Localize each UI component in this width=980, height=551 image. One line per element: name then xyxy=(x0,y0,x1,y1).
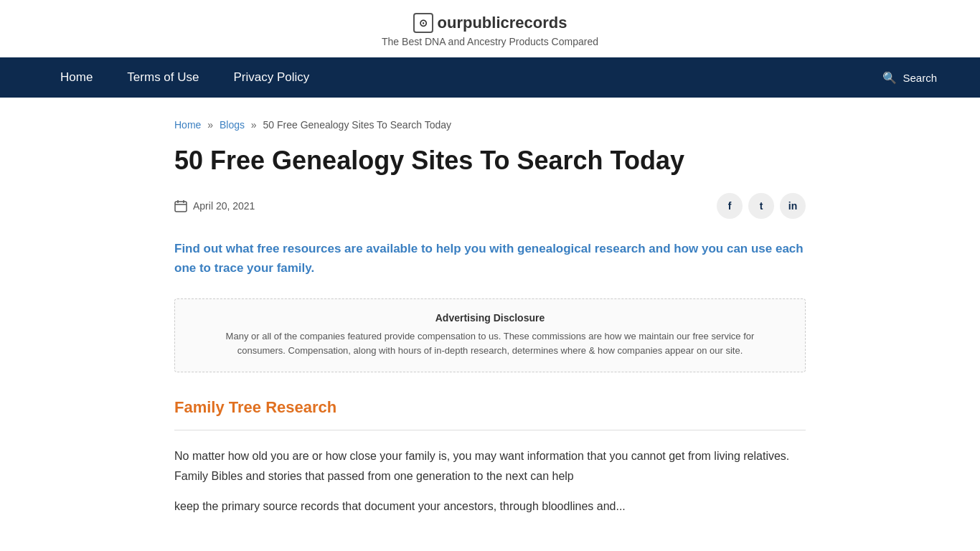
meta-row: April 20, 2021 f t in xyxy=(174,193,806,219)
share-linkedin-button[interactable]: in xyxy=(780,193,806,219)
breadcrumb: Home » Blogs » 50 Free Genealogy Sites T… xyxy=(174,119,806,131)
breadcrumb-sep-1: » xyxy=(207,119,213,131)
main-nav: Home Terms of Use Privacy Policy 🔍 Searc… xyxy=(0,57,980,98)
nav-item-home[interactable]: Home xyxy=(43,57,110,98)
breadcrumb-sep-2: » xyxy=(251,119,257,131)
share-buttons: f t in xyxy=(717,193,806,219)
nav-link-home[interactable]: Home xyxy=(43,57,110,98)
nav-search[interactable]: 🔍 Search xyxy=(882,71,937,85)
breadcrumb-blogs[interactable]: Blogs xyxy=(220,119,245,131)
body-paragraph-2: keep the primary source records that doc… xyxy=(174,496,806,517)
search-icon: 🔍 xyxy=(882,71,897,85)
twitter-icon: t xyxy=(760,200,763,212)
main-content: Home » Blogs » 50 Free Genealogy Sites T… xyxy=(146,98,834,548)
nav-link-privacy[interactable]: Privacy Policy xyxy=(217,57,327,98)
nav-item-privacy[interactable]: Privacy Policy xyxy=(217,57,327,98)
logo-icon: ⊙ xyxy=(413,13,433,33)
site-tagline: The Best DNA and Ancestry Products Compa… xyxy=(14,36,966,47)
ad-disclosure-title: Advertising Disclosure xyxy=(204,312,776,324)
nav-link-terms[interactable]: Terms of Use xyxy=(110,57,216,98)
facebook-icon: f xyxy=(728,200,732,212)
breadcrumb-current: 50 Free Genealogy Sites To Search Today xyxy=(263,119,452,131)
section-divider xyxy=(174,430,806,430)
share-twitter-button[interactable]: t xyxy=(748,193,774,219)
article-title: 50 Free Genealogy Sites To Search Today xyxy=(174,145,806,176)
body-paragraph-1: No matter how old you are or how close y… xyxy=(174,446,806,486)
share-facebook-button[interactable]: f xyxy=(717,193,743,219)
site-header: ⊙ ourpublicrecords The Best DNA and Ance… xyxy=(0,0,980,57)
section-heading: Family Tree Research xyxy=(174,398,806,417)
site-logo[interactable]: ⊙ ourpublicrecords xyxy=(413,13,567,33)
nav-item-terms[interactable]: Terms of Use xyxy=(110,57,216,98)
calendar-icon xyxy=(174,199,187,212)
article-date: April 20, 2021 xyxy=(193,200,255,212)
svg-rect-0 xyxy=(175,202,187,212)
ad-disclosure: Advertising Disclosure Many or all of th… xyxy=(174,298,806,373)
search-label: Search xyxy=(903,72,937,84)
ad-disclosure-text: Many or all of the companies featured pr… xyxy=(204,329,776,359)
logo-text: ourpublicrecords xyxy=(438,14,567,32)
meta-date: April 20, 2021 xyxy=(174,199,255,212)
linkedin-icon: in xyxy=(788,200,797,212)
intro-text: Find out what free resources are availab… xyxy=(174,239,806,278)
nav-links: Home Terms of Use Privacy Policy xyxy=(43,57,326,98)
breadcrumb-home[interactable]: Home xyxy=(174,119,201,131)
